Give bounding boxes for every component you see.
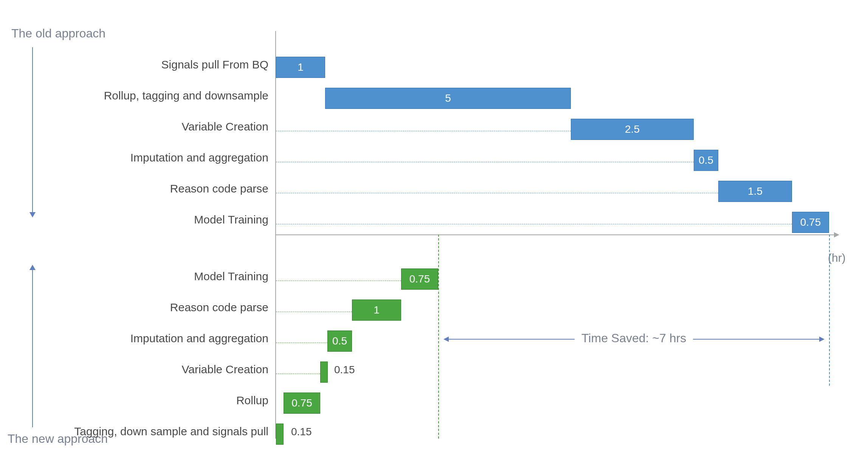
time-saved-label: Time Saved: ~7 hrs — [575, 331, 693, 345]
old-row-label: Signals pull From BQ — [161, 58, 268, 71]
bar-value: 0.75 — [800, 216, 821, 228]
gridline — [276, 193, 718, 193]
bar-value: 0.5 — [332, 335, 347, 347]
new-row-label: Reason code parse — [170, 301, 268, 314]
old-bar: 0.5 — [694, 150, 718, 171]
new-end-vline — [438, 234, 439, 439]
bar-value: 1 — [298, 61, 304, 73]
gridline — [276, 224, 792, 224]
old-row-label: Variable Creation — [181, 120, 268, 133]
x-axis — [275, 234, 835, 235]
old-approach-arrow — [32, 47, 33, 214]
old-bar: 5 — [325, 88, 571, 109]
new-bar: 0.5 — [327, 331, 352, 352]
new-bar — [276, 424, 284, 445]
bar-value: 2.5 — [625, 123, 640, 135]
gridline — [276, 374, 320, 374]
new-approach-arrow — [32, 268, 33, 427]
bar-value-external: 0.15 — [334, 364, 355, 376]
old-row-label: Rollup, tagging and downsample — [104, 89, 268, 102]
old-bar: 0.75 — [792, 212, 829, 233]
gridline — [276, 162, 694, 162]
bar-value: 1.5 — [748, 185, 763, 197]
gridline — [276, 343, 327, 343]
new-row-label: Imputation and aggregation — [130, 332, 268, 345]
bar-value: 0.75 — [409, 273, 430, 285]
old-bar: 1.5 — [718, 181, 792, 202]
bar-value-external: 0.15 — [291, 426, 312, 438]
bar-value: 1 — [374, 304, 380, 316]
old-row-label: Reason code parse — [170, 182, 268, 195]
new-bar: 1 — [352, 299, 401, 321]
bar-value: 0.5 — [699, 154, 713, 166]
new-bar: 0.75 — [401, 268, 438, 290]
new-bar — [320, 362, 328, 383]
new-row-label: Rollup — [236, 394, 268, 407]
gridline — [276, 281, 401, 281]
gridline — [276, 131, 571, 131]
old-end-vline — [829, 234, 830, 386]
gridline — [276, 312, 352, 312]
old-row-label: Imputation and aggregation — [130, 151, 268, 164]
new-row-label: Tagging, down sample and signals pull — [74, 425, 268, 438]
old-bar: 1 — [276, 57, 325, 78]
bar-value: 0.75 — [291, 397, 312, 409]
old-row-label: Model Training — [194, 213, 268, 226]
axis-unit-label: (hr) — [828, 251, 846, 264]
new-bar: 0.75 — [284, 393, 320, 414]
new-row-label: Model Training — [194, 270, 268, 283]
bar-value: 5 — [445, 92, 451, 104]
old-approach-label: The old approach — [11, 26, 105, 40]
new-row-label: Variable Creation — [181, 363, 268, 376]
old-bar: 2.5 — [571, 119, 694, 140]
